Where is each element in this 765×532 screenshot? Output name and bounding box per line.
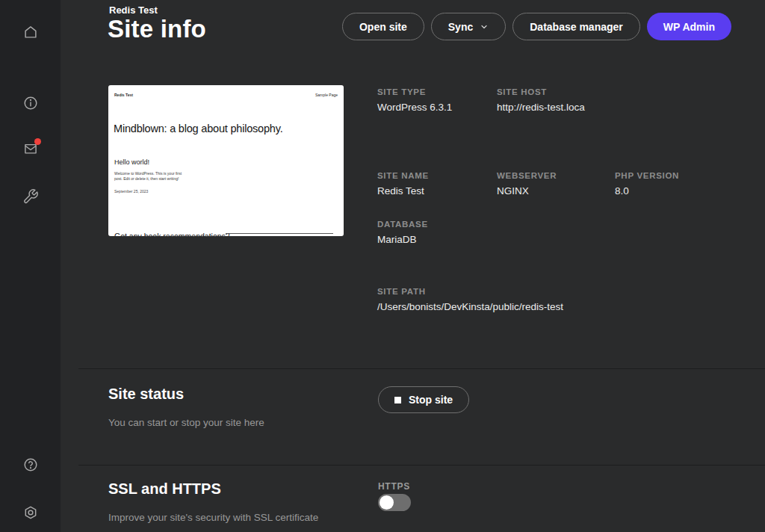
sidebar-item-site-info[interactable] — [0, 94, 61, 112]
field-site-host: SITE HOST http://redis-test.loca — [497, 87, 585, 113]
chevron-down-icon — [480, 22, 489, 31]
devkinsta-site-info-window: Redis Test Site info Open site Sync Data… — [0, 0, 765, 532]
field-site-name: SITE NAME Redis Test — [377, 171, 429, 197]
stop-site-button[interactable]: Stop site — [378, 386, 469, 413]
wrench-icon — [22, 188, 39, 205]
notification-badge — [34, 138, 41, 145]
https-toggle[interactable] — [378, 494, 411, 511]
site-status-title: Site status — [108, 386, 184, 403]
field-database: DATABASE MariaDB — [377, 220, 428, 245]
https-label: HTTPS — [378, 481, 410, 492]
stop-icon — [394, 397, 401, 403]
sidebar-item-settings[interactable] — [0, 504, 61, 522]
database-manager-button[interactable]: Database manager — [512, 13, 640, 40]
ssl-title: SSL and HTTPS — [108, 480, 221, 498]
help-icon — [22, 457, 39, 473]
field-webserver: WEBSERVER NGINX — [497, 171, 557, 197]
preview-post-title: Hello world! — [114, 158, 149, 166]
preview-nav-link: Sample Page — [315, 93, 338, 97]
info-icon — [22, 95, 39, 111]
field-php-version: PHP VERSION 8.0 — [615, 171, 679, 197]
preview-headline: Mindblown: a blog about philosophy. — [114, 123, 283, 134]
header-actions: Open site Sync Database manager WP Admin — [342, 13, 731, 40]
preview-footer-text: Got any book recommendations? — [114, 232, 230, 236]
preview-post-excerpt: Welcome to WordPress. This is your first… — [114, 171, 182, 182]
preview-search-underline — [226, 233, 333, 234]
wp-admin-button[interactable]: WP Admin — [647, 13, 731, 40]
https-toggle-knob — [380, 495, 394, 510]
ssl-subtitle: Improve your site's security with SSL ce… — [108, 512, 318, 523]
sidebar-item-messages[interactable] — [0, 140, 61, 158]
field-site-type: SITE TYPE WordPress 6.3.1 — [377, 87, 452, 113]
home-icon — [22, 24, 39, 40]
field-site-path: SITE PATH /Users/bonists/DevKinsta/publi… — [377, 287, 563, 312]
section-divider — [78, 368, 765, 369]
sidebar-item-home[interactable] — [0, 23, 61, 41]
page-title: Site info — [108, 15, 206, 43]
sidebar-item-help[interactable] — [0, 456, 61, 474]
mail-icon — [23, 141, 38, 156]
current-site-name: Redis Test — [109, 4, 158, 16]
sidebar — [0, 0, 61, 532]
sync-button[interactable]: Sync — [431, 13, 506, 40]
sidebar-item-tools[interactable] — [0, 188, 61, 205]
preview-site-name: Redis Test — [114, 93, 133, 97]
section-divider — [78, 465, 765, 466]
preview-post-date: September 25, 2023 — [114, 189, 148, 194]
open-site-button[interactable]: Open site — [342, 13, 424, 40]
site-status-subtitle: You can start or stop your site here — [108, 417, 264, 428]
site-preview-thumbnail[interactable]: Redis Test Sample Page Mindblown: a blog… — [108, 85, 344, 236]
settings-icon — [22, 504, 39, 521]
